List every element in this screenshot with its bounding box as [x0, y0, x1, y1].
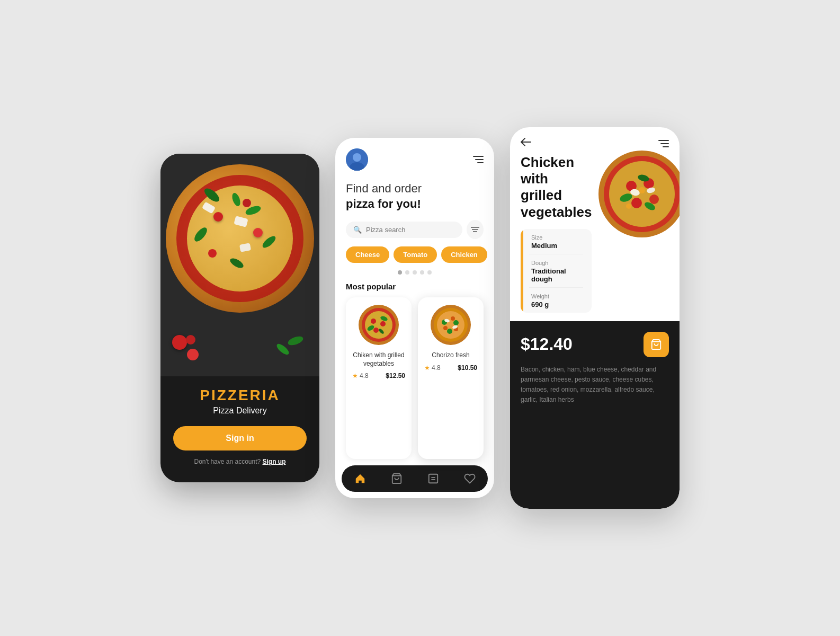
spec-size-label: Size	[531, 234, 583, 241]
nav-cart[interactable]	[391, 473, 403, 484]
heart-icon	[464, 473, 476, 484]
cherry-tomato	[253, 228, 263, 237]
detail-screen: Chicken with grilled vegetables Size Med…	[510, 127, 680, 509]
detail-pizza-name: Chicken with grilled vegetables	[521, 154, 592, 220]
orders-icon	[427, 473, 439, 484]
pizza-name-2: Chorizo fresh	[432, 351, 469, 360]
svg-point-8	[365, 311, 392, 339]
filter-button[interactable]	[467, 220, 484, 239]
search-row: 🔍	[335, 220, 494, 246]
pizza-card-2[interactable]: Chorizo fresh ★ 4.8 $10.50	[418, 297, 484, 459]
avatar-image	[346, 148, 368, 171]
detail-pizza-image	[597, 149, 680, 239]
pizza-svg-1	[358, 304, 400, 346]
menu-icon[interactable]	[473, 156, 484, 163]
specs-panel: Size Medium Dough Traditional dough Weig…	[521, 229, 592, 313]
cart-button-icon	[650, 339, 662, 350]
spec-weight-row: Weight 690 g	[521, 288, 592, 313]
category-cheese[interactable]: Cheese	[346, 246, 389, 263]
spec-weight-value: 690 g	[531, 301, 583, 308]
accent-bar	[521, 229, 523, 313]
search-icon: 🔍	[353, 226, 362, 234]
back-icon	[521, 138, 531, 146]
svg-point-1	[353, 153, 361, 162]
category-pills: Cheese Tomato Chicken	[335, 246, 494, 270]
price-1: $12.50	[386, 372, 405, 379]
home-icon	[354, 473, 366, 484]
add-to-cart-button[interactable]	[644, 332, 669, 357]
category-tomato[interactable]: Tomato	[394, 246, 437, 263]
svg-point-36	[649, 195, 659, 204]
dot-3[interactable]	[413, 270, 417, 275]
dot-2[interactable]	[405, 270, 409, 275]
detail-price: $12.40	[521, 334, 573, 354]
svg-point-35	[631, 198, 642, 208]
nav-orders[interactable]	[427, 473, 439, 484]
brand-name: PIZZERIA	[200, 387, 280, 404]
svg-point-17	[437, 311, 464, 339]
search-bar[interactable]: 🔍	[346, 222, 462, 238]
svg-rect-27	[428, 474, 437, 483]
ingredients-text: Bacon, chicken, ham, blue cheese, chedda…	[521, 365, 669, 405]
svg-point-42	[639, 187, 645, 193]
pizza-svg-2	[430, 304, 472, 346]
cherry-tomato	[213, 212, 223, 222]
detail-info: Chicken with grilled vegetables Size Med…	[521, 154, 592, 313]
dot-1[interactable]	[398, 270, 402, 275]
pizza-cards-container: Chiken with grilled vegetables ★ 4.8 $12…	[335, 297, 494, 459]
nav-favorites[interactable]	[464, 473, 476, 484]
price-2: $10.50	[458, 364, 477, 372]
rating-value-2: 4.8	[432, 364, 441, 372]
svg-point-20	[447, 329, 452, 334]
pizza-image-2	[430, 304, 472, 346]
pizza-background	[160, 154, 319, 376]
user-avatar[interactable]	[346, 148, 368, 171]
star-icon-1: ★	[352, 372, 358, 379]
spec-size-value: Medium	[531, 242, 583, 250]
dot-4[interactable]	[420, 270, 424, 275]
carousel-dots	[335, 270, 494, 282]
detail-top-section: Chicken with grilled vegetables Size Med…	[510, 154, 680, 321]
signup-link[interactable]: Sign up	[263, 458, 286, 465]
svg-point-9	[371, 319, 376, 324]
hero-line2: pizza for you!	[346, 197, 484, 212]
home-screen: Find and order pizza for you! 🔍 Cheese T…	[335, 138, 494, 498]
decoration-tomato	[172, 335, 187, 350]
spec-weight-label: Weight	[531, 293, 583, 299]
star-icon-2: ★	[424, 364, 430, 372]
pizza-image-1	[358, 304, 400, 346]
decoration-tomato	[187, 349, 199, 360]
rating-value-1: 4.8	[360, 372, 369, 379]
spec-dough-row: Dough Traditional dough	[521, 254, 592, 287]
pizza-meta-2: ★ 4.8 $10.50	[424, 364, 477, 372]
spec-dough-label: Dough	[531, 260, 583, 266]
signup-text: Don't have an account? Sign up	[194, 458, 285, 465]
pizza-card-1[interactable]: Chiken with grilled vegetables ★ 4.8 $12…	[346, 297, 412, 459]
decoration-tomato	[186, 335, 195, 344]
detail-menu-icon[interactable]	[658, 140, 669, 147]
filter-icon	[471, 226, 479, 233]
login-content: PIZZERIA Pizza Delivery Sign in Don't ha…	[160, 376, 319, 482]
svg-point-10	[380, 321, 386, 326]
price-row: $12.40	[521, 332, 669, 357]
svg-point-32	[609, 161, 675, 227]
category-chicken[interactable]: Chicken	[441, 246, 487, 263]
nav-home[interactable]	[354, 473, 366, 484]
back-button[interactable]	[521, 138, 531, 149]
hero-section: Find and order pizza for you!	[335, 177, 494, 220]
search-input[interactable]	[366, 226, 455, 234]
login-screen: PIZZERIA Pizza Delivery Sign in Don't ha…	[160, 154, 319, 482]
cherry-tomato	[243, 199, 251, 207]
dot-5[interactable]	[427, 270, 432, 275]
svg-point-23	[451, 316, 455, 321]
cherry-tomato	[208, 249, 217, 258]
detail-pizza-svg	[597, 149, 680, 239]
brand-subtitle: Pizza Delivery	[213, 406, 266, 416]
signin-button[interactable]: Sign in	[173, 426, 307, 450]
svg-point-11	[373, 328, 379, 333]
pizza-name-1: Chiken with grilled vegetables	[352, 351, 405, 368]
detail-bottom-section: $12.40 Bacon, chicken, ham, blue cheese,…	[510, 321, 680, 509]
svg-point-19	[453, 320, 459, 325]
bottom-navigation	[342, 465, 488, 492]
hero-line1: Find and order	[346, 181, 484, 197]
